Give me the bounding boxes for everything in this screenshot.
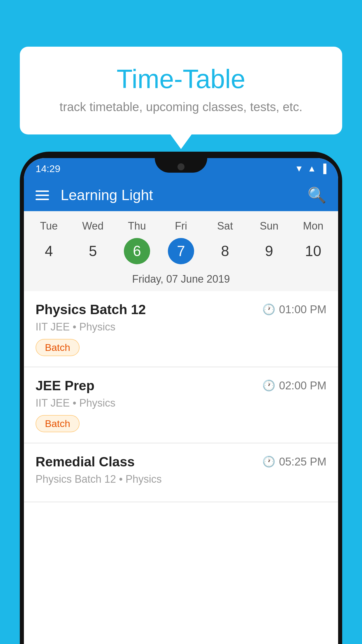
app-title: Learning Light xyxy=(61,187,307,204)
tooltip-card: Time-Table track timetable, upcoming cla… xyxy=(20,47,342,134)
item-3-time-value: 05:25 PM xyxy=(279,456,326,468)
item-2-subtitle: IIT JEE • Physics xyxy=(36,397,326,409)
clock-icon-2: 🕐 xyxy=(262,379,275,392)
item-3-title: Remedial Class xyxy=(36,454,135,470)
item-2-header: JEE Prep 🕐 02:00 PM xyxy=(36,378,326,393)
date-7-selected[interactable]: 7 xyxy=(168,238,194,264)
schedule-item-1[interactable]: Physics Batch 12 🕐 01:00 PM IIT JEE • Ph… xyxy=(24,291,338,367)
date-5[interactable]: 5 xyxy=(71,238,115,264)
clock-icon-3: 🕐 xyxy=(262,456,275,468)
date-9[interactable]: 9 xyxy=(247,238,291,264)
item-1-time-value: 01:00 PM xyxy=(279,303,326,316)
item-2-time-value: 02:00 PM xyxy=(279,379,326,392)
status-icons: ▼ ▲ ▐ xyxy=(295,164,326,174)
schedule-container: Physics Batch 12 🕐 01:00 PM IIT JEE • Ph… xyxy=(24,291,338,502)
item-1-time: 🕐 01:00 PM xyxy=(262,303,326,316)
date-6-today[interactable]: 6 xyxy=(124,238,150,264)
day-mon: Mon xyxy=(291,217,335,235)
menu-button[interactable] xyxy=(36,190,49,200)
status-time: 14:29 xyxy=(36,163,60,174)
item-2-badge: Batch xyxy=(36,415,80,432)
date-8[interactable]: 8 xyxy=(203,238,247,264)
tooltip-subtitle: track timetable, upcoming classes, tests… xyxy=(37,100,325,114)
phone-screen: 14:29 ▼ ▲ ▐ Learning Light 🔍 Tue Wed Thu xyxy=(24,158,338,644)
item-1-badge: Batch xyxy=(36,339,80,356)
day-sat: Sat xyxy=(203,217,247,235)
day-tue: Tue xyxy=(27,217,71,235)
date-4[interactable]: 4 xyxy=(27,238,71,264)
item-1-subtitle: IIT JEE • Physics xyxy=(36,321,326,333)
status-bar: 14:29 ▼ ▲ ▐ xyxy=(24,158,338,179)
item-2-title: JEE Prep xyxy=(36,378,94,393)
day-headers: Tue Wed Thu Fri Sat Sun Mon xyxy=(24,217,338,235)
date-10[interactable]: 10 xyxy=(291,238,335,264)
app-bar: Learning Light 🔍 xyxy=(24,179,338,211)
day-numbers: 4 5 6 7 8 9 10 xyxy=(24,235,338,270)
wifi-icon: ▼ xyxy=(295,164,303,174)
day-fri: Fri xyxy=(159,217,203,235)
camera xyxy=(178,163,184,170)
phone-frame: 14:29 ▼ ▲ ▐ Learning Light 🔍 Tue Wed Thu xyxy=(20,152,342,644)
item-3-header: Remedial Class 🕐 05:25 PM xyxy=(36,454,326,470)
item-3-time: 🕐 05:25 PM xyxy=(262,456,326,468)
search-icon[interactable]: 🔍 xyxy=(307,186,326,204)
schedule-item-2[interactable]: JEE Prep 🕐 02:00 PM IIT JEE • Physics Ba… xyxy=(24,367,338,443)
notch xyxy=(155,158,207,173)
selected-date-label: Friday, 07 June 2019 xyxy=(24,270,338,291)
signal-icon: ▲ xyxy=(307,164,316,174)
schedule-item-3[interactable]: Remedial Class 🕐 05:25 PM Physics Batch … xyxy=(24,443,338,502)
day-wed: Wed xyxy=(71,217,115,235)
item-3-subtitle: Physics Batch 12 • Physics xyxy=(36,473,326,485)
day-thu: Thu xyxy=(115,217,159,235)
item-1-title: Physics Batch 12 xyxy=(36,302,146,317)
tooltip-title: Time-Table xyxy=(37,64,325,94)
battery-icon: ▐ xyxy=(320,164,326,174)
clock-icon-1: 🕐 xyxy=(262,303,275,316)
day-sun: Sun xyxy=(247,217,291,235)
item-2-time: 🕐 02:00 PM xyxy=(262,379,326,392)
calendar-week: Tue Wed Thu Fri Sat Sun Mon 4 5 6 7 8 9 … xyxy=(24,211,338,291)
item-1-header: Physics Batch 12 🕐 01:00 PM xyxy=(36,302,326,317)
